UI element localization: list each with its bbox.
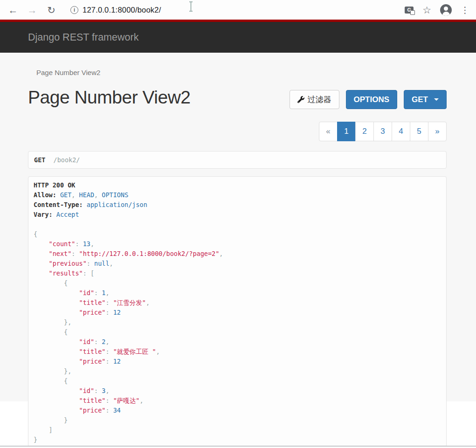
pagination-item: « bbox=[319, 122, 338, 141]
pagination-item: 2 bbox=[356, 122, 374, 141]
pagination-item: 3 bbox=[374, 122, 392, 141]
response-panel: HTTP 200 OK Allow: GET, HEAD, OPTIONS Co… bbox=[28, 176, 447, 448]
breadcrumb: Page Number View2 bbox=[28, 53, 447, 76]
filter-button-label: 过滤器 bbox=[308, 94, 331, 105]
pagination-item: 1 bbox=[338, 122, 356, 141]
page-header: Page Number View2 过滤器 OPTIONS GET bbox=[28, 87, 447, 109]
pagination-page-3[interactable]: 3 bbox=[373, 122, 392, 141]
pagination-page-2[interactable]: 2 bbox=[355, 122, 374, 141]
pagination-prev: « bbox=[319, 122, 338, 141]
bookmark-star-icon[interactable]: ☆ bbox=[422, 5, 431, 15]
page-body: Page Number View2 Page Number View2 过滤器 … bbox=[0, 53, 476, 401]
pagination-page-1[interactable]: 1 bbox=[337, 122, 356, 141]
pagination-page-5[interactable]: 5 bbox=[410, 122, 428, 141]
get-button-label: GET bbox=[412, 95, 428, 104]
pagination-page-4[interactable]: 4 bbox=[392, 122, 410, 141]
pagination: «12345» bbox=[319, 122, 447, 141]
reload-icon[interactable]: ↻ bbox=[45, 5, 58, 15]
options-button-label: OPTIONS bbox=[354, 95, 390, 104]
site-info-icon[interactable]: i bbox=[70, 6, 78, 14]
filter-button[interactable]: 过滤器 bbox=[290, 90, 339, 109]
back-icon[interactable]: ← bbox=[7, 5, 20, 15]
request-path: /book2/ bbox=[54, 156, 80, 164]
response-body: HTTP 200 OK Allow: GET, HEAD, OPTIONS Co… bbox=[34, 180, 441, 445]
request-method: GET bbox=[34, 156, 45, 164]
chevron-down-icon bbox=[434, 98, 439, 101]
wrench-icon bbox=[297, 96, 304, 103]
pagination-item: » bbox=[428, 122, 447, 141]
translate-icon[interactable]: G bbox=[405, 7, 414, 14]
get-dropdown-button[interactable]: GET bbox=[404, 90, 447, 109]
page-title: Page Number View2 bbox=[28, 87, 190, 108]
request-info-panel: GET /book2/ bbox=[28, 151, 447, 169]
browser-menu-icon[interactable]: ⋮ bbox=[461, 6, 469, 14]
profile-avatar-icon[interactable] bbox=[440, 4, 452, 16]
pagination-item: 5 bbox=[410, 122, 428, 141]
pagination-item: 4 bbox=[392, 122, 410, 141]
pagination-row: «12345» bbox=[28, 122, 447, 141]
browser-toolbar: ← → ↻ i 127.0.0.1:8000/book2/ G ☆ ⋮ bbox=[0, 0, 476, 20]
text-cursor-icon bbox=[188, 1, 193, 12]
drf-navbar: Django REST framework bbox=[0, 22, 476, 53]
forward-icon: → bbox=[26, 5, 39, 15]
pagination-next[interactable]: » bbox=[428, 122, 447, 141]
address-bar[interactable]: 127.0.0.1:8000/book2/ bbox=[83, 6, 161, 14]
brand-link[interactable]: Django REST framework bbox=[28, 32, 138, 43]
window-bottom-edge bbox=[0, 446, 476, 448]
options-button[interactable]: OPTIONS bbox=[346, 90, 398, 109]
